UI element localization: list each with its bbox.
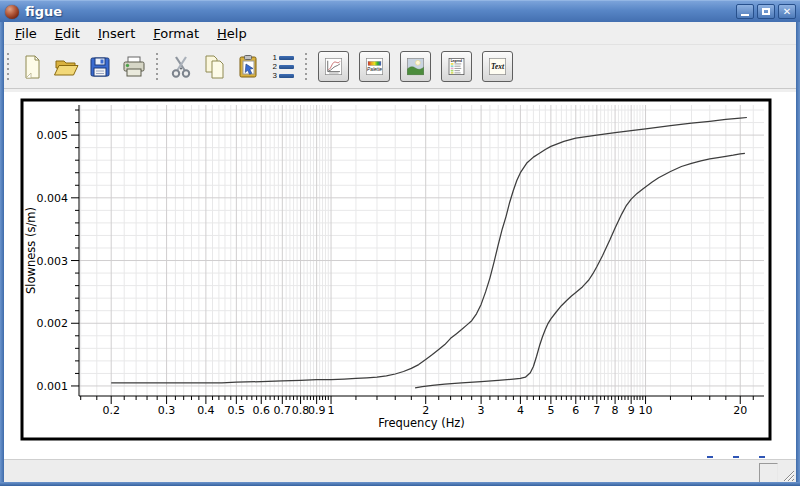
toolbar-handle[interactable]: [155, 53, 160, 81]
paste-clipboard-icon: [236, 54, 262, 80]
window-title: figue: [25, 4, 62, 19]
text-icon: Text: [489, 54, 506, 79]
scrollbar-remnant-mark: [759, 456, 765, 458]
svg-text:1: 1: [328, 404, 335, 417]
list-number: 3: [272, 72, 277, 79]
window-border-right: [796, 22, 800, 482]
window-border-left: [0, 22, 4, 482]
menu-edit[interactable]: Edit: [46, 24, 89, 43]
svg-text:0.5: 0.5: [228, 404, 246, 417]
list-number: 1: [272, 54, 277, 61]
title-bar[interactable]: figue ✕: [0, 0, 800, 22]
svg-text:0.005: 0.005: [37, 129, 69, 142]
legend-icon: Legend: [448, 54, 465, 79]
new-document-icon: [19, 54, 45, 80]
palette-icon: Palette: [366, 54, 383, 79]
svg-text:Frequency (Hz): Frequency (Hz): [378, 416, 465, 430]
menu-bar: File Edit Insert Format Help: [0, 22, 800, 45]
svg-text:0.2: 0.2: [102, 404, 120, 417]
toolbar-handle[interactable]: [6, 53, 11, 81]
dispersion-curve-fundamental-mode: [111, 118, 747, 383]
copy-icon: [202, 54, 228, 80]
figure-canvas[interactable]: 0.20.30.40.50.60.70.80.912345678910200.0…: [4, 92, 796, 459]
scrollbar-remnant-mark: [733, 456, 739, 458]
list-number: 2: [272, 63, 277, 70]
list-bar: [279, 74, 294, 78]
maximize-button[interactable]: [757, 4, 775, 19]
svg-text:0.9: 0.9: [308, 404, 326, 417]
palette-button[interactable]: Palette: [359, 51, 390, 82]
insert-plot-button[interactable]: [318, 51, 349, 82]
dispersion-plot[interactable]: 0.20.30.40.50.60.70.80.912345678910200.0…: [4, 92, 796, 459]
close-button[interactable]: ✕: [778, 4, 796, 19]
svg-text:0.7: 0.7: [274, 404, 292, 417]
plot-icon: [325, 54, 342, 79]
toolbar-handle[interactable]: [304, 53, 309, 81]
copy-button[interactable]: [199, 51, 231, 83]
cut-button[interactable]: [165, 51, 197, 83]
svg-text:0.4: 0.4: [197, 404, 215, 417]
window-border-bottom: [0, 482, 800, 486]
save-floppy-icon: [87, 54, 113, 80]
status-bar: [4, 459, 796, 483]
print-icon: [121, 54, 147, 80]
svg-text:9: 9: [628, 404, 635, 417]
svg-text:0.6: 0.6: [253, 404, 271, 417]
svg-text:20: 20: [733, 404, 747, 417]
minimize-button[interactable]: [736, 4, 754, 19]
window-controls: ✕: [736, 4, 796, 19]
svg-text:0.004: 0.004: [37, 192, 69, 205]
toolbar: 1 2 3: [0, 45, 800, 89]
menu-help[interactable]: Help: [208, 24, 256, 43]
list-bar: [279, 56, 294, 60]
svg-text:10: 10: [639, 404, 653, 417]
svg-text:0.3: 0.3: [158, 404, 176, 417]
insert-legend-button[interactable]: Legend: [441, 51, 472, 82]
paste-button[interactable]: [233, 51, 265, 83]
app-icon: [5, 5, 19, 19]
cut-scissors-icon: [168, 54, 194, 80]
svg-text:0.002: 0.002: [37, 317, 69, 330]
svg-text:0.001: 0.001: [37, 380, 69, 393]
open-file-button[interactable]: [50, 51, 82, 83]
svg-text:Legend: Legend: [451, 59, 462, 63]
svg-text:Slowness (s/m): Slowness (s/m): [24, 207, 38, 294]
status-field: [759, 463, 778, 483]
resize-grip[interactable]: [782, 469, 794, 481]
svg-text:0.8: 0.8: [292, 404, 310, 417]
maximize-icon: [762, 8, 770, 15]
menu-format[interactable]: Format: [144, 24, 208, 43]
open-folder-icon: [53, 54, 79, 80]
svg-text:5: 5: [547, 404, 554, 417]
save-button[interactable]: [84, 51, 116, 83]
menu-file[interactable]: File: [6, 24, 46, 43]
application-window: figue ✕ File Edit Insert Format Help: [0, 0, 800, 486]
insert-text-button[interactable]: Text: [482, 51, 513, 82]
insert-image-button[interactable]: [400, 51, 431, 82]
image-icon: [407, 54, 424, 79]
scrollbar-remnant-mark: [707, 456, 713, 458]
svg-text:7: 7: [593, 404, 600, 417]
print-button[interactable]: [118, 51, 150, 83]
close-icon: ✕: [783, 7, 791, 17]
menu-insert[interactable]: Insert: [89, 24, 144, 43]
svg-text:4: 4: [517, 404, 524, 417]
minimize-icon: [741, 14, 749, 16]
svg-text:8: 8: [612, 404, 619, 417]
svg-text:Palette: Palette: [367, 67, 382, 72]
item-list-button[interactable]: 1 2 3: [267, 51, 299, 83]
list-bar: [279, 65, 294, 69]
svg-text:6: 6: [572, 404, 579, 417]
numbered-list-icon: 1 2 3: [272, 54, 294, 79]
svg-text:0.003: 0.003: [37, 255, 69, 268]
svg-text:3: 3: [478, 404, 485, 417]
new-document-button[interactable]: [16, 51, 48, 83]
svg-text:Text: Text: [491, 62, 505, 71]
